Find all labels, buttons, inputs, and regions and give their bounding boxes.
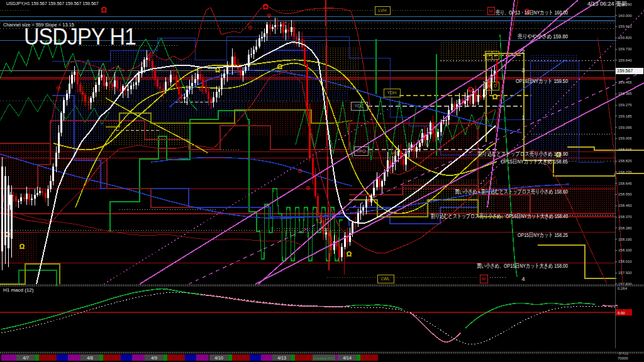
svg-text:159.820: 159.820: [618, 36, 632, 40]
svg-text:159.005: 159.005: [618, 136, 632, 140]
svg-text:158.100: 158.100: [618, 248, 632, 252]
svg-text:OP15日NYカット 158.25: OP15日NYカット 158.25: [518, 231, 568, 238]
svg-text:158.190: 158.190: [618, 238, 632, 241]
svg-text:買い小さめ＋割り込むとストップロス売り小さめ 158.60: 買い小さめ＋割り込むとストップロス売り小さめ 158.60: [455, 188, 568, 195]
svg-text:158.010: 158.010: [618, 260, 632, 263]
svg-text:159.365: 159.365: [618, 92, 632, 96]
svg-text:Ω: Ω: [262, 3, 269, 11]
svg-text:159.095: 159.095: [618, 126, 632, 129]
svg-text:4/10: 4/10: [214, 356, 223, 360]
svg-text:159.465: 159.465: [618, 80, 632, 84]
svg-text:YPO: YPO: [357, 149, 366, 153]
svg-text:YDC: YDC: [355, 104, 364, 108]
svg-text:159.910: 159.910: [618, 25, 632, 28]
svg-text:158.645: 158.645: [618, 182, 632, 185]
svg-text:1: 1: [521, 114, 525, 121]
svg-text:W: W: [486, 53, 491, 57]
svg-text:3: 3: [521, 67, 525, 74]
svg-text:158.825: 158.825: [618, 159, 632, 163]
svg-text:159.275: 159.275: [618, 103, 632, 107]
svg-text:158.370: 158.370: [618, 215, 632, 219]
svg-text:160.000: 160.000: [618, 14, 632, 18]
svg-text:157.830: 157.830: [618, 282, 632, 286]
svg-text:買い小さめ、OP15日NYカット大きめ 158.00: 買い小さめ、OP15日NYカット大きめ 158.00: [477, 262, 568, 269]
svg-text:USDJPY,H1 159.567 159.567 159: USDJPY,H1 159.567 159.567 159.567 159.56…: [6, 1, 99, 6]
svg-text:158.280: 158.280: [618, 226, 632, 230]
svg-text:Ω: Ω: [347, 250, 352, 258]
svg-text:割り込むとストップロス売り小さめ、OP16日NYカット大きめ: 割り込むとストップロス売り小さめ、OP16日NYカット大きめ 158.40: [431, 212, 568, 219]
svg-text:158.915: 158.915: [618, 148, 632, 151]
svg-text:Created 4/13: Created 4/13: [313, 356, 335, 360]
svg-text:OP15日NYカット大きめ 158.85: OP15日NYカット大きめ 158.85: [501, 158, 568, 165]
svg-text:4/14: 4/14: [343, 356, 352, 360]
svg-text:Ω: Ω: [215, 67, 220, 74]
svg-text:4/7: 4/7: [23, 356, 29, 360]
svg-text:H1 macd (12): H1 macd (12): [3, 287, 34, 293]
svg-text:売り、OP13・15日NYカット 160.00: 売り、OP13・15日NYカット 160.00: [496, 9, 568, 16]
svg-text:158.550: 158.550: [618, 192, 632, 196]
svg-text:Ω: Ω: [5, 231, 11, 238]
svg-text:Ω: Ω: [468, 85, 474, 93]
svg-text:159.730: 159.730: [618, 47, 632, 51]
svg-text:157.920: 157.920: [618, 271, 632, 275]
svg-text:4/8: 4/8: [87, 356, 93, 360]
svg-text:YDH: YDH: [387, 90, 397, 95]
svg-text:158.735: 158.735: [618, 170, 632, 174]
svg-text:158.460: 158.460: [618, 204, 632, 207]
svg-text:D: D: [494, 53, 497, 57]
svg-text:M: M: [482, 277, 486, 281]
svg-text:LVH: LVH: [378, 8, 386, 13]
svg-text:159.185: 159.185: [618, 114, 632, 118]
svg-text:160.090: 160.090: [618, 3, 632, 6]
svg-text:売りやや小さめ 159.80: 売りやや小さめ 159.80: [518, 33, 568, 40]
svg-text:YBL: YBL: [391, 151, 399, 156]
svg-text:4/13: 4/13: [277, 356, 286, 360]
svg-text:Ω: Ω: [277, 63, 283, 70]
svg-text:2: 2: [521, 48, 525, 55]
svg-text:159.567: 159.567: [617, 69, 633, 73]
svg-text:0.264: 0.264: [618, 287, 628, 290]
svg-text:割り込むとストップロス売り小さめ 158.90: 割り込むとストップロス売り小さめ 158.90: [478, 150, 568, 157]
svg-text:W: W: [486, 84, 491, 88]
svg-text:70000: 70000: [618, 356, 628, 360]
svg-text:M: M: [489, 9, 493, 13]
svg-text:OP16日NYカット 159.50: OP16日NYカット 159.50: [516, 77, 568, 84]
svg-text:Ω: Ω: [19, 243, 25, 250]
svg-text:Ω: Ω: [492, 93, 498, 101]
svg-text:4/9: 4/9: [151, 356, 157, 360]
svg-text:4: 4: [521, 276, 525, 282]
svg-text:LWL: LWL: [381, 277, 390, 281]
svg-text:-0.431: -0.431: [618, 351, 629, 355]
svg-text:Ω: Ω: [101, 6, 107, 14]
svg-text:0.00: 0.00: [618, 311, 625, 315]
svg-text:159.640: 159.640: [618, 58, 632, 62]
svg-text:USDJPY H1: USDJPY H1: [24, 24, 136, 50]
